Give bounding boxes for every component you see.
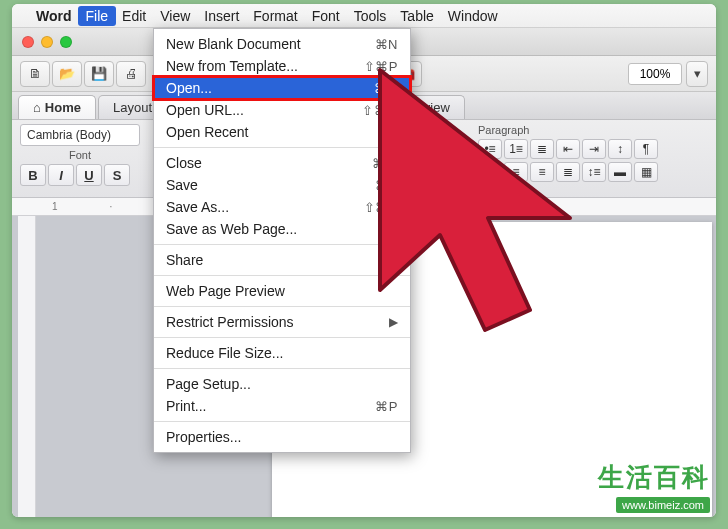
font-group-label: Font bbox=[20, 149, 140, 161]
mac-menubar: Word File Edit View Insert Format Font T… bbox=[12, 4, 716, 28]
menu-item-print[interactable]: Print...⌘P bbox=[154, 395, 410, 417]
menu-item-save[interactable]: Save⌘S bbox=[154, 174, 410, 196]
submenu-arrow-icon: ▶ bbox=[389, 315, 398, 329]
menu-item-save-as[interactable]: Save As...⇧⌘S bbox=[154, 196, 410, 218]
menu-item-close[interactable]: Close⌘W bbox=[154, 152, 410, 174]
zoom-dropdown-icon[interactable]: ▾ bbox=[686, 61, 708, 87]
app-name[interactable]: Word bbox=[36, 8, 72, 24]
watermark-text: 生活百科 bbox=[598, 460, 710, 495]
menu-item-label: Restrict Permissions bbox=[166, 314, 294, 330]
sort-icon[interactable]: ↕ bbox=[608, 139, 632, 159]
menu-item-label: New Blank Document bbox=[166, 36, 301, 52]
watermark-url: www.bimeiz.com bbox=[616, 497, 710, 513]
menu-item-label: Open Recent bbox=[166, 124, 249, 140]
toolbar-save-icon[interactable]: 💾 bbox=[84, 61, 114, 87]
menu-item-label: Properties... bbox=[166, 429, 241, 445]
menu-shortcut: ⌘W bbox=[372, 156, 398, 171]
tab-home[interactable]: ⌂Home bbox=[18, 95, 96, 119]
menu-item-new-from-template[interactable]: New from Template...⇧⌘P bbox=[154, 55, 410, 77]
indent-left-icon[interactable]: ⇤ bbox=[556, 139, 580, 159]
menu-format[interactable]: Format bbox=[253, 8, 297, 24]
italic-button[interactable]: I bbox=[48, 164, 74, 186]
submenu-arrow-icon: ▶ bbox=[389, 253, 398, 267]
line-spacing-icon[interactable]: ↕≡ bbox=[582, 162, 606, 182]
menu-font[interactable]: Font bbox=[312, 8, 340, 24]
align-center-icon[interactable]: ≡ bbox=[504, 162, 528, 182]
menu-item-label: Open... bbox=[166, 80, 212, 96]
menu-item-web-page-preview[interactable]: Web Page Preview bbox=[154, 280, 410, 302]
menu-insert[interactable]: Insert bbox=[204, 8, 239, 24]
menu-item-label: Save bbox=[166, 177, 198, 193]
toolbar-new-icon[interactable]: 🗎 bbox=[20, 61, 50, 87]
menu-shortcut: ⌘S bbox=[375, 178, 398, 193]
menu-file[interactable]: File bbox=[78, 6, 117, 26]
menu-item-open-url[interactable]: Open URL...⇧⌘O bbox=[154, 99, 410, 121]
font-name-select[interactable]: Cambria (Body) bbox=[20, 124, 140, 146]
traffic-light-close[interactable] bbox=[22, 36, 34, 48]
word-window: Word File Edit View Insert Format Font T… bbox=[12, 4, 716, 517]
show-marks-icon[interactable]: ¶ bbox=[634, 139, 658, 159]
align-left-icon[interactable]: ≡ bbox=[478, 162, 502, 182]
home-icon: ⌂ bbox=[33, 100, 41, 115]
shading-icon[interactable]: ▬ bbox=[608, 162, 632, 182]
menu-item-reduce-file-size[interactable]: Reduce File Size... bbox=[154, 342, 410, 364]
menu-item-label: Close bbox=[166, 155, 202, 171]
menu-separator bbox=[154, 421, 410, 422]
strike-button[interactable]: S bbox=[104, 164, 130, 186]
menu-item-label: Share bbox=[166, 252, 203, 268]
submenu-arrow-icon: ▶ bbox=[389, 125, 398, 139]
menu-item-label: Web Page Preview bbox=[166, 283, 285, 299]
menu-separator bbox=[154, 275, 410, 276]
menu-item-label: Open URL... bbox=[166, 102, 244, 118]
menu-tools[interactable]: Tools bbox=[354, 8, 387, 24]
align-right-icon[interactable]: ≡ bbox=[530, 162, 554, 182]
menu-separator bbox=[154, 147, 410, 148]
menu-shortcut: ⌘O bbox=[374, 81, 398, 96]
menu-table[interactable]: Table bbox=[400, 8, 433, 24]
paragraph-group: Paragraph •≡ 1≡ ≣ ⇤ ⇥ ↕ ¶ ≡ ≡ ≡ ≣ ↕≡ ▬ ▦ bbox=[478, 124, 708, 193]
vertical-ruler[interactable] bbox=[18, 216, 36, 517]
toolbar-print-icon[interactable]: 🖨 bbox=[116, 61, 146, 87]
traffic-light-zoom[interactable] bbox=[60, 36, 72, 48]
bold-button[interactable]: B bbox=[20, 164, 46, 186]
zoom-level[interactable]: 100% bbox=[628, 63, 682, 85]
multilevel-icon[interactable]: ≣ bbox=[530, 139, 554, 159]
menu-separator bbox=[154, 337, 410, 338]
menu-window[interactable]: Window bbox=[448, 8, 498, 24]
menu-shortcut: ⌘N bbox=[375, 37, 398, 52]
menu-shortcut: ⌘P bbox=[375, 399, 398, 414]
watermark: 生活百科 www.bimeiz.com bbox=[598, 460, 710, 513]
tab-home-label: Home bbox=[45, 100, 81, 115]
menu-item-label: New from Template... bbox=[166, 58, 298, 74]
menu-item-page-setup[interactable]: Page Setup... bbox=[154, 373, 410, 395]
menu-item-new-blank-document[interactable]: New Blank Document⌘N bbox=[154, 33, 410, 55]
menu-item-properties[interactable]: Properties... bbox=[154, 426, 410, 448]
traffic-light-minimize[interactable] bbox=[41, 36, 53, 48]
justify-icon[interactable]: ≣ bbox=[556, 162, 580, 182]
menu-item-share[interactable]: Share▶ bbox=[154, 249, 410, 271]
menu-separator bbox=[154, 306, 410, 307]
menu-item-open[interactable]: Open...⌘O bbox=[154, 77, 410, 99]
bullets-icon[interactable]: •≡ bbox=[478, 139, 502, 159]
underline-button[interactable]: U bbox=[76, 164, 102, 186]
menu-item-restrict-permissions[interactable]: Restrict Permissions▶ bbox=[154, 311, 410, 333]
indent-right-icon[interactable]: ⇥ bbox=[582, 139, 606, 159]
menu-edit[interactable]: Edit bbox=[122, 8, 146, 24]
file-menu-dropdown: New Blank Document⌘NNew from Template...… bbox=[153, 28, 411, 453]
font-group: Cambria (Body) Font B I U S bbox=[20, 124, 140, 193]
toolbar-open-icon[interactable]: 📂 bbox=[52, 61, 82, 87]
menu-item-label: Page Setup... bbox=[166, 376, 251, 392]
numbering-icon[interactable]: 1≡ bbox=[504, 139, 528, 159]
menu-separator bbox=[154, 368, 410, 369]
menu-item-open-recent[interactable]: Open Recent▶ bbox=[154, 121, 410, 143]
paragraph-group-label: Paragraph bbox=[478, 124, 708, 136]
menu-shortcut: ⇧⌘S bbox=[364, 200, 398, 215]
menu-item-save-as-web-page[interactable]: Save as Web Page... bbox=[154, 218, 410, 240]
menu-item-label: Reduce File Size... bbox=[166, 345, 284, 361]
menu-separator bbox=[154, 244, 410, 245]
menu-item-label: Print... bbox=[166, 398, 206, 414]
menu-view[interactable]: View bbox=[160, 8, 190, 24]
menu-shortcut: ⇧⌘P bbox=[364, 59, 398, 74]
menu-item-label: Save As... bbox=[166, 199, 229, 215]
borders-icon[interactable]: ▦ bbox=[634, 162, 658, 182]
